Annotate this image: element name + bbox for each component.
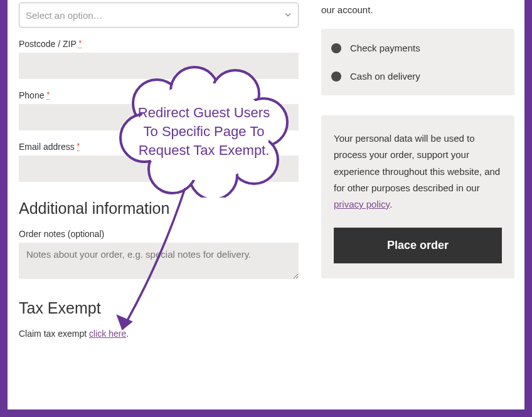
privacy-policy-link[interactable]: privacy policy xyxy=(334,199,390,209)
state-select-placeholder: Select an option… xyxy=(26,10,103,21)
postcode-label: Postcode / ZIP * xyxy=(19,39,299,49)
postcode-label-text: Postcode / ZIP xyxy=(19,39,77,49)
required-asterisk: * xyxy=(77,142,80,151)
order-notes-label: Order notes (optional) xyxy=(19,229,299,239)
place-order-button[interactable]: Place order xyxy=(334,228,502,263)
phone-label: Phone * xyxy=(19,90,299,100)
payment-option-check-label: Check payments xyxy=(350,43,420,53)
tax-exempt-prefix: Claim tax exempt xyxy=(19,329,89,339)
email-input[interactable] xyxy=(19,156,299,182)
payment-methods: Check payments Cash on delivery xyxy=(321,29,514,95)
tax-exempt-suffix: . xyxy=(126,329,129,339)
order-notes-textarea[interactable] xyxy=(19,243,299,279)
radio-icon xyxy=(331,43,341,53)
tax-exempt-link[interactable]: click here xyxy=(89,329,126,339)
privacy-text-body: Your personal data will be used to proce… xyxy=(334,133,500,193)
privacy-text: Your personal data will be used to proce… xyxy=(334,130,502,213)
email-label: Email address * xyxy=(19,142,299,152)
phone-label-text: Phone xyxy=(19,90,44,100)
payment-option-cash-label: Cash on delivery xyxy=(350,71,420,82)
tax-exempt-text: Claim tax exempt click here. xyxy=(19,329,299,339)
required-asterisk: * xyxy=(46,90,50,100)
payment-option-cash[interactable]: Cash on delivery xyxy=(321,62,514,90)
privacy-box: Your personal data will be used to proce… xyxy=(321,115,514,278)
additional-info-heading: Additional information xyxy=(19,199,299,218)
email-label-text: Email address xyxy=(19,142,75,152)
radio-icon xyxy=(331,71,341,82)
state-select[interactable]: Select an option… xyxy=(19,3,299,28)
payment-option-check[interactable]: Check payments xyxy=(321,34,514,62)
privacy-text-suffix: . xyxy=(390,199,392,209)
tax-exempt-heading: Tax Exempt xyxy=(19,299,299,317)
chevron-down-icon xyxy=(284,10,292,21)
phone-input[interactable] xyxy=(19,104,299,130)
required-asterisk: * xyxy=(78,39,82,48)
postcode-input[interactable] xyxy=(19,53,299,79)
account-prompt-text: our account. xyxy=(321,3,514,18)
